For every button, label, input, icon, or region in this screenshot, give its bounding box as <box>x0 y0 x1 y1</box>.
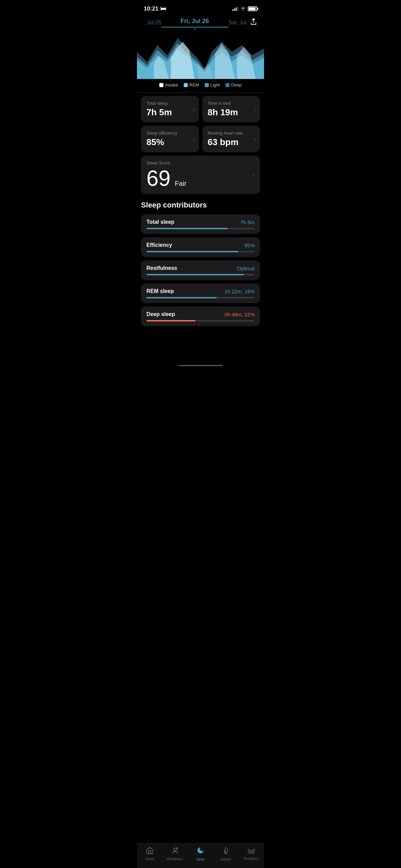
restfulness-progress-fill <box>146 274 244 275</box>
total-sleep-value: 7h 5m <box>146 107 194 118</box>
resting-hr-label: Resting heart rate <box>208 131 255 136</box>
contributor-rem-value: 1h 22m, 19% <box>225 289 255 294</box>
sleep-chart <box>137 32 264 79</box>
legend-rem: REM <box>184 82 199 87</box>
contributor-rem-name: REM sleep <box>146 288 174 294</box>
deep-progress-bg <box>146 320 255 321</box>
contributor-efficiency-name: Efficiency <box>146 242 172 248</box>
sleep-efficiency-value: 85% <box>146 137 194 147</box>
contributor-restfulness[interactable]: Restfulness Optimal <box>141 260 260 280</box>
efficiency-progress-bg <box>146 251 255 252</box>
sleep-score-qualifier: Fair <box>175 180 186 187</box>
efficiency-progress-fill <box>146 251 238 252</box>
legend-light: Light <box>205 82 220 87</box>
contributor-efficiency[interactable]: Efficiency 85% <box>141 237 260 257</box>
deep-progress-fill <box>146 320 195 321</box>
contributor-restfulness-value: Optimal <box>237 265 255 271</box>
sleep-legend: Awake REM Light Deep <box>137 79 264 92</box>
bed-icon: 🛏 <box>160 5 166 12</box>
signal-icon <box>232 7 238 11</box>
total-sleep-chevron: › <box>193 106 195 112</box>
rem-progress-fill <box>146 297 217 298</box>
sleep-score-card[interactable]: Sleep Score 69 Fair › <box>141 156 260 194</box>
rem-progress-bg <box>146 297 255 298</box>
contributors-section: Sleep contributors Total sleep 7h 5m Eff… <box>137 194 264 333</box>
sleep-score-number: 69 <box>146 166 171 191</box>
contributor-restfulness-name: Restfulness <box>146 265 177 271</box>
date-next[interactable]: Sat, Jul <box>228 20 246 26</box>
total-sleep-card[interactable]: Total sleep 7h 5m › <box>141 96 199 122</box>
date-navigation: , Jul 25 Fri, Jul 26 Sat, Jul <box>137 15 264 29</box>
contributor-rem-sleep[interactable]: REM sleep 1h 22m, 19% <box>141 283 260 303</box>
wifi-icon <box>240 6 246 12</box>
sleep-score-chevron: › <box>253 172 255 178</box>
stats-grid: Total sleep 7h 5m › Time in bed 8h 19m ›… <box>137 96 264 152</box>
total-sleep-progress-fill <box>146 228 227 229</box>
time-in-bed-chevron: › <box>254 106 256 112</box>
battery-icon <box>248 6 257 11</box>
time-in-bed-label: Time in bed <box>208 101 255 106</box>
time-in-bed-card[interactable]: Time in bed 8h 19m › <box>202 96 260 122</box>
sleep-score-display: 69 Fair <box>146 167 255 189</box>
resting-heart-rate-card[interactable]: Resting heart rate 63 bpm › <box>202 126 260 152</box>
sleep-efficiency-label: Sleep efficiency <box>146 131 194 136</box>
date-prev[interactable]: , Jul 25 <box>144 20 161 26</box>
total-sleep-label: Total sleep <box>146 101 194 106</box>
contributor-efficiency-value: 85% <box>244 242 255 248</box>
resting-hr-chevron: › <box>254 136 256 142</box>
resting-hr-value: 63 bpm <box>208 137 255 147</box>
status-time: 10:21 🛏 <box>144 5 166 12</box>
share-button[interactable] <box>250 18 257 27</box>
contributor-total-sleep[interactable]: Total sleep 7h 5m <box>141 214 260 234</box>
time-in-bed-value: 8h 19m <box>208 107 255 118</box>
sleep-efficiency-chevron: › <box>193 136 195 142</box>
contributor-deep-sleep[interactable]: Deep sleep 0h 49m, 12% <box>141 307 260 326</box>
sleep-efficiency-card[interactable]: Sleep efficiency 85% › <box>141 126 199 152</box>
contributor-total-sleep-value: 7h 5m <box>240 219 255 225</box>
contributors-title: Sleep contributors <box>141 201 260 210</box>
contributor-deep-value: 0h 49m, 12% <box>225 312 255 317</box>
rem-dot <box>184 83 188 87</box>
awake-dot <box>159 83 163 87</box>
deep-dot <box>225 83 229 87</box>
sleep-score-label: Sleep Score <box>146 160 255 165</box>
contributor-total-sleep-name: Total sleep <box>146 219 174 225</box>
status-bar: 10:21 🛏 <box>137 0 264 15</box>
legend-awake: Awake <box>159 82 178 87</box>
status-icons <box>232 6 257 12</box>
restfulness-progress-bg <box>146 274 255 275</box>
home-indicator <box>179 365 223 366</box>
divider <box>137 92 264 93</box>
date-current[interactable]: Fri, Jul 26 <box>161 18 228 27</box>
total-sleep-progress-bg <box>146 228 255 229</box>
light-dot <box>205 83 209 87</box>
contributor-deep-name: Deep sleep <box>146 311 175 317</box>
legend-deep: Deep <box>225 82 242 87</box>
